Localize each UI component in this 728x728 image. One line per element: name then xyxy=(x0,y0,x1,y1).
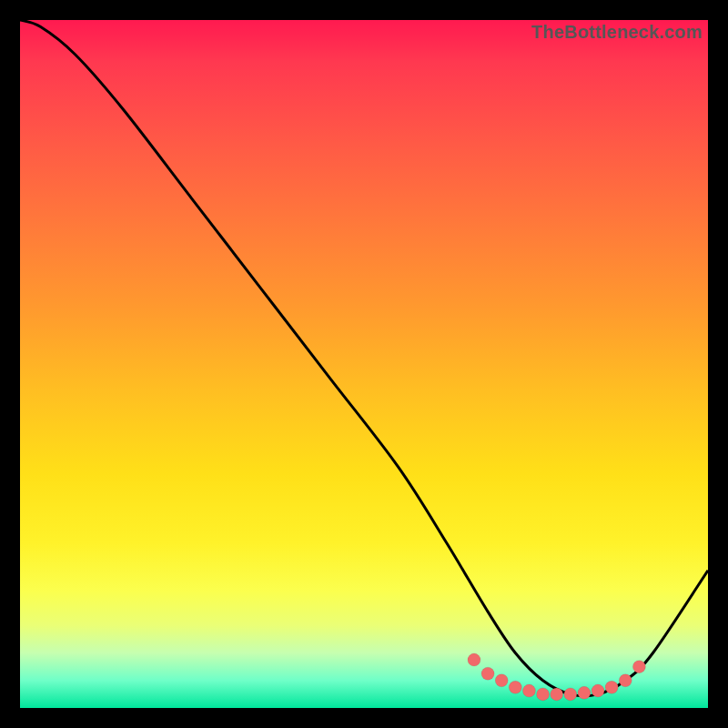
marker-dot xyxy=(468,653,480,666)
marker-dot xyxy=(578,686,591,699)
bottleneck-curve xyxy=(20,20,708,696)
marker-dot xyxy=(537,688,550,701)
marker-dot xyxy=(619,674,632,687)
marker-dot xyxy=(481,667,494,680)
chart-plot-area: TheBottleneck.com xyxy=(20,20,708,708)
marker-dot xyxy=(592,684,604,697)
marker-dot xyxy=(495,674,508,687)
optimal-range-markers xyxy=(468,653,645,701)
marker-dot xyxy=(605,681,618,693)
marker-dot xyxy=(522,684,535,697)
chart-svg xyxy=(20,20,708,708)
marker-dot xyxy=(564,688,577,701)
marker-dot xyxy=(551,688,563,701)
marker-dot xyxy=(632,661,645,673)
marker-dot xyxy=(509,681,521,693)
